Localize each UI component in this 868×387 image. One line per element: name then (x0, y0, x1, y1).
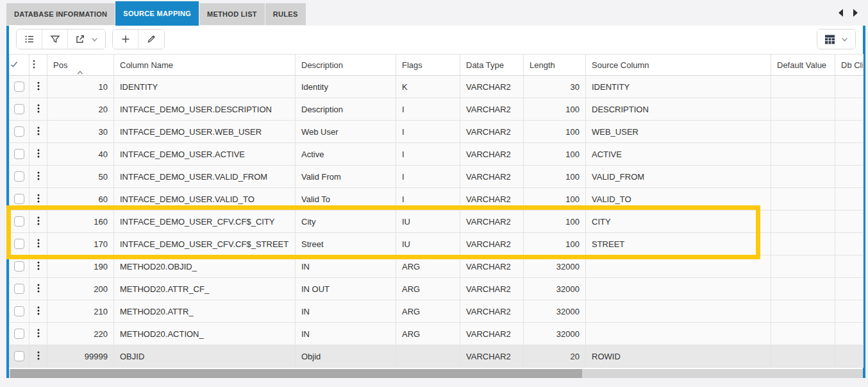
column-options-button[interactable] (817, 30, 855, 49)
cell-source-column (586, 323, 771, 345)
table-row[interactable]: 190METHOD20.OBJID_INARGVARCHAR232000 (10, 255, 864, 278)
row-checkbox[interactable] (14, 216, 24, 227)
tab-scroll-right-icon[interactable] (853, 9, 858, 17)
row-checkbox[interactable] (14, 194, 24, 204)
cell-description: Objid (296, 345, 396, 368)
cell-db-client (835, 143, 864, 166)
table-row[interactable]: 200METHOD20.ATTR_CF_IN OUTARGVARCHAR2320… (10, 278, 864, 300)
cell-column-name: METHOD20.ATTR_CF_ (114, 278, 296, 300)
table-row[interactable]: 60INTFACE_DEMO_USER.VALID_TOValid ToIVAR… (10, 188, 864, 211)
row-checkbox[interactable] (14, 239, 24, 249)
column-header-source-column[interactable]: Source Column (586, 55, 771, 76)
dots-icon[interactable] (34, 264, 43, 273)
row-checkbox[interactable] (14, 284, 24, 294)
row-checkbox-cell (10, 255, 29, 278)
list-icon (24, 33, 35, 45)
cell-length: 30 (524, 76, 586, 98)
dots-icon[interactable] (34, 84, 43, 94)
list-button[interactable] (17, 30, 42, 49)
row-checkbox[interactable] (14, 306, 24, 316)
row-checkbox[interactable] (14, 351, 24, 361)
cell-pos: 30 (47, 121, 114, 143)
dots-icon[interactable] (34, 286, 43, 296)
row-checkbox[interactable] (14, 126, 24, 137)
cell-default-value (771, 211, 835, 233)
dots-icon[interactable] (34, 196, 43, 206)
cell-db-client (835, 345, 864, 368)
export-icon (74, 33, 86, 45)
row-menu-header[interactable] (29, 55, 47, 76)
cell-column-name: INTFACE_DEMO_USER_CFV.CF$_CITY (114, 211, 296, 233)
cell-flags (396, 345, 460, 368)
row-checkbox[interactable] (14, 82, 24, 92)
table-row[interactable]: 210METHOD20.ATTR_INARGVARCHAR232000 (10, 300, 864, 323)
cell-column-name: INTFACE_DEMO_USER.WEB_USER (114, 121, 296, 143)
column-header-length[interactable]: Length (524, 55, 586, 76)
table-row[interactable]: 50INTFACE_DEMO_USER.VALID_FROMValid From… (10, 166, 864, 188)
dots-icon[interactable] (34, 219, 43, 228)
cell-length: 32000 (524, 323, 586, 345)
dots-icon[interactable] (34, 354, 43, 363)
column-header-column-name[interactable]: Column Name (114, 55, 296, 76)
cell-pos: 40 (47, 143, 114, 166)
edit-button[interactable] (138, 30, 164, 49)
tab-method-list[interactable]: METHOD LIST (199, 3, 265, 25)
column-header-data-type[interactable]: Data Type (460, 55, 524, 76)
cell-description: Valid To (296, 188, 396, 211)
tab-rules[interactable]: RULES (265, 3, 306, 25)
dots-icon[interactable] (34, 309, 43, 318)
row-checkbox-cell (10, 211, 29, 233)
cell-db-client (835, 278, 864, 300)
row-checkbox-cell (10, 121, 29, 143)
dots-icon[interactable] (34, 129, 43, 139)
horizontal-scrollbar[interactable] (9, 369, 863, 378)
table-row-highlighted[interactable]: 160INTFACE_DEMO_USER_CFV.CF$_CITYCityIUV… (10, 211, 864, 233)
horizontal-scrollbar-thumb[interactable] (10, 369, 582, 378)
cell-data-type: VARCHAR2 (460, 98, 524, 121)
column-header-description[interactable]: Description (296, 55, 396, 76)
dots-icon[interactable] (34, 241, 43, 251)
cell-default-value (771, 278, 835, 300)
row-checkbox[interactable] (14, 261, 24, 271)
cell-db-client (835, 76, 864, 98)
toolbar-left-groups (16, 29, 165, 49)
dots-icon[interactable] (34, 174, 43, 184)
row-checkbox[interactable] (14, 171, 24, 182)
row-checkbox[interactable] (14, 104, 24, 114)
table-row[interactable]: 20INTFACE_DEMO_USER.DESCRIPTIONDescripti… (10, 98, 864, 121)
select-all-header[interactable] (10, 55, 29, 76)
row-menu-cell (29, 233, 47, 255)
export-button[interactable] (68, 30, 105, 49)
cell-length: 32000 (524, 300, 586, 323)
column-header-pos[interactable]: Pos (47, 55, 114, 76)
cell-description: IN OUT (296, 278, 396, 300)
tab-source-mapping[interactable]: SOURCE MAPPING (115, 1, 199, 26)
table-row[interactable]: 220METHOD20.ACTION_INARGVARCHAR232000 (10, 323, 864, 345)
cell-default-value (771, 76, 835, 98)
column-header-label: Description (301, 60, 343, 70)
dots-icon[interactable] (34, 107, 43, 116)
cell-description: Valid From (296, 166, 396, 188)
table-row-footer[interactable]: 99999OBJIDObjidVARCHAR220ROWID (10, 345, 864, 368)
table-row[interactable]: 10IDENTITYIdentityKVARCHAR230IDENTITY (10, 76, 864, 98)
row-checkbox-cell (10, 300, 29, 323)
row-checkbox[interactable] (14, 149, 24, 159)
tab-scroll-left-icon[interactable] (839, 9, 843, 17)
cell-data-type: VARCHAR2 (460, 211, 524, 233)
column-header-default-value[interactable]: Default Value (771, 55, 835, 76)
column-header-flags[interactable]: Flags (396, 55, 460, 76)
filter-button[interactable] (42, 30, 68, 49)
filter-icon (49, 33, 61, 45)
cell-data-type: VARCHAR2 (460, 76, 524, 98)
table-row-highlighted[interactable]: 170INTFACE_DEMO_USER_CFV.CF$_STREETStree… (10, 233, 864, 255)
cell-description: IN (296, 300, 396, 323)
table-row[interactable]: 30INTFACE_DEMO_USER.WEB_USERWeb UserIVAR… (10, 121, 864, 143)
tab-database-information[interactable]: DATABASE INFORMATION (6, 3, 115, 25)
column-header-db-client[interactable]: Db Client (835, 55, 864, 76)
row-menu-cell (29, 76, 47, 98)
table-row[interactable]: 40INTFACE_DEMO_USER.ACTIVEActiveIVARCHAR… (10, 143, 864, 166)
dots-icon[interactable] (34, 331, 43, 341)
dots-icon[interactable] (34, 151, 43, 161)
add-button[interactable] (113, 30, 138, 49)
row-checkbox[interactable] (14, 329, 24, 339)
